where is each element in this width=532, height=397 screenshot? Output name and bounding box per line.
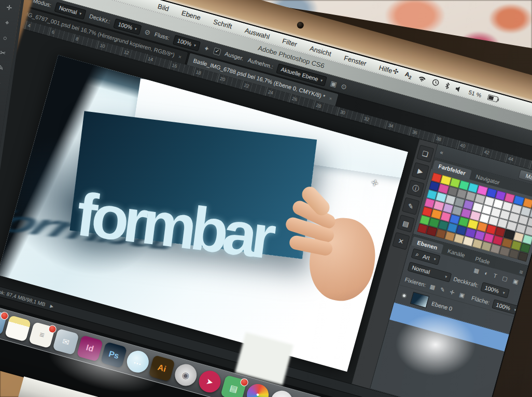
pressure-opacity-icon[interactable]: ⊘ — [144, 27, 151, 36]
opacity-label: DeckKr.: — [89, 13, 111, 25]
menu-item[interactable]: Filter — [282, 37, 298, 48]
battery-icon[interactable] — [487, 94, 499, 103]
tool-presets-icon[interactable]: ✕ — [392, 232, 410, 250]
tool-icon[interactable]: ⌖ — [5, 19, 9, 27]
tool-icon[interactable]: ○ — [3, 34, 8, 42]
aligned-checkbox[interactable]: ✓ — [213, 47, 221, 55]
battery-percent[interactable]: 51 % — [468, 89, 482, 98]
stickies-icon[interactable] — [5, 315, 32, 342]
input-source-icon[interactable]: A2 — [404, 70, 413, 80]
search-icon: ⌕ — [415, 251, 419, 258]
clone-source-icon[interactable]: ❏ — [416, 145, 434, 162]
status-flyout-icon[interactable]: ▶ — [50, 303, 54, 308]
lock-pixels-icon[interactable]: ✎ — [438, 286, 446, 294]
dock-icon-glyph: • — [255, 390, 260, 397]
layer-comps-icon[interactable]: ▤ — [397, 215, 415, 232]
info-icon[interactable]: ⓘ — [407, 180, 424, 197]
evernote-icon[interactable]: ▤ — [220, 375, 247, 397]
notification-badge — [0, 311, 9, 320]
sample-label: Aufnehm.: — [247, 57, 274, 70]
lock-transparency-icon[interactable]: ▦ — [428, 282, 437, 291]
volume-icon[interactable] — [455, 86, 463, 93]
pixel-filter-icon[interactable]: ▦ — [472, 266, 481, 275]
share-icon[interactable]: ➤ — [197, 368, 223, 395]
color-swatch[interactable] — [517, 251, 528, 262]
screen-glare — [379, 301, 493, 389]
smartobject-filter-icon[interactable]: ▣ — [511, 277, 520, 286]
actions-icon[interactable]: ▶ — [412, 162, 429, 180]
tool-icon[interactable]: ✎ — [0, 64, 4, 72]
tool-icon[interactable]: ✛ — [6, 4, 12, 12]
dock-icon-glyph: ➤ — [205, 376, 215, 387]
flow-label: Fluss: — [154, 31, 170, 41]
mode-label: Modus: — [32, 0, 52, 8]
aligned-label: Ausger. — [224, 50, 244, 62]
close-icon[interactable]: × — [178, 53, 183, 60]
itunes-icon[interactable]: ♪ — [268, 388, 295, 397]
shape-filter-icon[interactable]: ▢ — [500, 275, 509, 283]
lock-all-icon[interactable]: ▣ — [457, 291, 466, 299]
close-icon[interactable]: × — [328, 95, 333, 102]
tool-icon[interactable]: ♦ — [0, 79, 1, 87]
notification-badge — [240, 377, 249, 387]
lock-label: Fixieren: — [404, 276, 427, 288]
dock-icon-glyph: ▤ — [229, 382, 239, 394]
type-filter-icon[interactable]: T — [492, 272, 499, 280]
dock-icon-glyph: ◉ — [181, 369, 191, 380]
visibility-eye-icon[interactable] — [400, 292, 408, 299]
brush-presets-icon[interactable]: ✎ — [402, 197, 419, 215]
dock-icon-glyph: ≡ — [38, 330, 46, 341]
airbrush-icon[interactable]: ✦ — [203, 44, 211, 53]
tool-icon[interactable]: ▣ — [0, 93, 1, 102]
time-machine-clock-icon[interactable] — [431, 79, 440, 87]
lock-position-icon[interactable]: ✛ — [448, 288, 456, 296]
sync-pinwheel-icon[interactable]: ✣ — [392, 67, 400, 76]
menu-item[interactable]: Hilfe — [378, 63, 393, 74]
books-icon[interactable]: ❏ — [292, 395, 319, 397]
tool-icon[interactable]: ✂ — [0, 49, 6, 57]
menu-item[interactable]: Bild — [157, 2, 170, 12]
ignore-adjustment-icon[interactable]: ▣ — [330, 79, 338, 88]
lens-icon[interactable]: ◉ — [172, 362, 199, 389]
wifi-icon[interactable] — [417, 75, 427, 83]
collapse-panels-icon[interactable]: « — [440, 149, 444, 155]
iphoto-icon[interactable]: • — [244, 381, 271, 397]
bluetooth-icon[interactable] — [444, 82, 450, 90]
adjustment-filter-icon[interactable]: ◐ — [483, 270, 490, 277]
pressure-size-icon[interactable]: ⊙ — [340, 82, 348, 91]
hand — [277, 175, 381, 309]
